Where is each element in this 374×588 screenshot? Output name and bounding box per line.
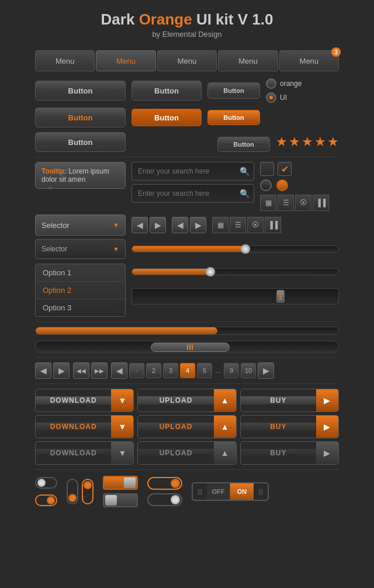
star-1: ★ xyxy=(276,134,288,150)
search-wrap-2: 🔍 xyxy=(131,184,254,203)
slider-3[interactable] xyxy=(131,288,339,305)
toggle-pill-1[interactable] xyxy=(147,477,182,490)
pag-arr-left[interactable]: ◀ xyxy=(111,362,127,379)
vm-col-2[interactable]: ⦿ xyxy=(247,217,264,233)
vm-grid-2[interactable]: ▦ xyxy=(212,217,228,233)
page-3[interactable]: 3 xyxy=(163,363,178,378)
slider-3-grip xyxy=(279,293,282,300)
radio-circle-1[interactable] xyxy=(260,179,272,191)
toggle-pill-knob-2 xyxy=(171,495,180,504)
upload-label-2: UPLOAD xyxy=(138,423,213,431)
toggle-pill-2[interactable] xyxy=(147,493,182,506)
search-wrap-1: 🔍 xyxy=(131,162,254,181)
dropdown-option-1[interactable]: Option 1 xyxy=(36,264,125,282)
page-2[interactable]: 2 xyxy=(146,363,161,378)
next-btn-1[interactable]: ▶ xyxy=(150,217,166,233)
offon-left-side: ||| xyxy=(193,489,207,495)
view-list[interactable]: ☰ xyxy=(278,195,294,211)
toggle-flat-2[interactable] xyxy=(103,493,138,507)
download-btn-2[interactable]: DOWNLOAD ▼ xyxy=(35,415,134,438)
buy-btn-2[interactable]: BUY ▶ xyxy=(240,415,339,438)
tab-menu-2[interactable]: Menu xyxy=(96,50,155,71)
view-col[interactable]: ⦿ xyxy=(295,195,311,211)
download-btn-1[interactable]: DOWNLOAD ▼ xyxy=(35,389,134,412)
tab-menu-3[interactable]: Menu xyxy=(157,50,217,71)
slider-1[interactable] xyxy=(131,245,339,253)
button-orange[interactable]: Button xyxy=(131,109,202,126)
page-dot[interactable]: · xyxy=(129,363,144,378)
toggle-round-2[interactable] xyxy=(35,494,57,506)
toggle-vert-2[interactable] xyxy=(82,479,94,504)
tab-menu-5[interactable]: Menu 3 xyxy=(279,50,339,71)
pag-prev[interactable]: ◀ xyxy=(35,362,51,379)
dropdown-option-2[interactable]: Option 2 xyxy=(36,282,125,299)
vm-bar-2[interactable]: ▐▐ xyxy=(265,217,281,233)
upload-btn-2[interactable]: UPLOAD ▲ xyxy=(137,415,236,438)
button-3[interactable]: Button xyxy=(207,82,260,99)
selector-1[interactable]: Selector ▼ xyxy=(35,215,126,236)
view-grid[interactable]: ▦ xyxy=(260,195,276,211)
page-10[interactable]: 10 xyxy=(241,363,256,378)
slider-3-thumb[interactable] xyxy=(276,290,285,303)
dropdown-option-3[interactable]: Option 3 xyxy=(36,299,125,316)
toggle-flat-1[interactable] xyxy=(103,476,138,490)
upload-label-1: UPLOAD xyxy=(138,396,213,404)
sliders-col xyxy=(131,262,339,308)
radio-circle-2[interactable] xyxy=(276,179,288,191)
offon-on[interactable]: ON xyxy=(230,483,254,500)
search-inputs: 🔍 🔍 xyxy=(131,162,254,203)
button-1[interactable]: Button xyxy=(35,81,126,101)
pag-arr-right[interactable]: ▶ xyxy=(258,362,274,379)
tab-menu-4[interactable]: Menu xyxy=(218,50,278,71)
selector-1-label: Selector xyxy=(41,221,70,230)
scrollbar-thumb-1[interactable] xyxy=(151,343,230,352)
button-2[interactable]: Button xyxy=(131,81,202,101)
page-4[interactable]: 4 xyxy=(180,363,195,378)
star-3: ★ xyxy=(302,134,313,150)
offon-toggle[interactable]: ||| OFF ON ||| xyxy=(192,482,269,501)
buy-btn-1[interactable]: BUY ▶ xyxy=(240,389,339,412)
upload-btn-1[interactable]: UPLOAD ▲ xyxy=(137,389,236,412)
radio-item-2[interactable]: UI xyxy=(266,92,302,103)
slider-2[interactable] xyxy=(131,268,339,275)
vm-list-2[interactable]: ☰ xyxy=(230,217,246,233)
search-input-2[interactable] xyxy=(131,184,254,203)
tab-menu-1[interactable]: Menu xyxy=(35,50,95,71)
button-4[interactable]: Button xyxy=(35,132,126,152)
scrollbar-1[interactable] xyxy=(35,341,339,352)
pag-prev2[interactable]: ◀◀ xyxy=(73,362,89,379)
offon-off[interactable]: OFF xyxy=(207,483,230,500)
pag-next[interactable]: ▶ xyxy=(53,362,70,379)
button-5[interactable]: Button xyxy=(217,137,270,152)
download-label-2: DOWNLOAD xyxy=(36,423,111,431)
buy-btn-3[interactable]: BUY ▶ xyxy=(240,441,339,465)
pag-next2[interactable]: ▶▶ xyxy=(91,362,108,379)
scrollbar-grip-2 xyxy=(189,344,191,350)
star-rating[interactable]: ★ ★ ★ ★ ★ xyxy=(276,134,339,150)
slider-1-thumb[interactable] xyxy=(241,244,250,254)
action-row-3: DOWNLOAD ▼ UPLOAD ▲ BUY ▶ xyxy=(35,441,339,465)
search-input-1[interactable] xyxy=(131,162,254,181)
page-9[interactable]: 9 xyxy=(224,363,239,378)
slider-2-thumb[interactable] xyxy=(206,267,215,276)
checkbox-1[interactable] xyxy=(260,162,274,176)
selector-2[interactable]: Selector ▼ xyxy=(35,239,126,259)
view-bar[interactable]: ▐▐ xyxy=(313,195,329,211)
nav-buttons-1: ◀ ▶ xyxy=(131,217,166,233)
toggle-vert-1[interactable] xyxy=(67,479,78,504)
page-5[interactable]: 5 xyxy=(197,363,212,378)
prev-btn-2[interactable]: ◀ xyxy=(172,217,188,233)
radio-label-2: UI xyxy=(280,94,287,102)
radio-dot-2 xyxy=(266,92,276,103)
download-icon-1: ▼ xyxy=(111,389,133,411)
download-btn-3[interactable]: DOWNLOAD ▼ xyxy=(35,441,134,465)
radio-item-1[interactable]: orange xyxy=(266,78,302,89)
button-orange-text[interactable]: Button xyxy=(35,108,126,127)
slider-1-fill xyxy=(132,246,245,252)
next-btn-2[interactable]: ▶ xyxy=(190,217,206,233)
prev-btn-1[interactable]: ◀ xyxy=(131,217,148,233)
upload-btn-3[interactable]: UPLOAD ▲ xyxy=(137,441,236,465)
toggle-round-1[interactable] xyxy=(35,477,57,489)
checkbox-2[interactable]: ✔ xyxy=(278,162,292,176)
button-orange-2[interactable]: Button xyxy=(207,110,260,125)
